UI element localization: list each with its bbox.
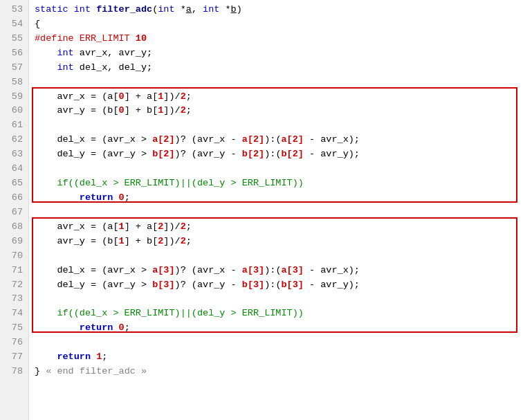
code-line-77: return 1;: [35, 350, 517, 365]
code-line-71: del_x = (avr_x > a[3])? (avr_x - a[3]):(…: [35, 264, 517, 278]
ln-57: 57: [6, 61, 23, 75]
ln-53: 53: [6, 3, 23, 17]
code-line-63: del_y = (avr_y > b[2])? (avr_y - b[2]):(…: [35, 147, 517, 162]
code-line-70: [35, 249, 517, 264]
ln-61: 61: [6, 118, 23, 133]
code-line-76: [35, 336, 517, 350]
ln-68: 68: [6, 220, 23, 235]
code-line-57: int del_x, del_y;: [35, 61, 517, 75]
ln-65: 65: [6, 176, 23, 191]
ln-72: 72: [6, 278, 23, 293]
ln-76: 76: [6, 336, 23, 350]
code-line-65: if((del_x > ERR_LIMIT)||(del_y > ERR_LIM…: [35, 176, 517, 191]
ln-66: 66: [6, 191, 23, 206]
code-line-68: avr_x = (a[1] + a[2])/2;: [35, 220, 517, 235]
ln-77: 77: [6, 350, 23, 365]
ln-64: 64: [6, 162, 23, 176]
ln-55: 55: [6, 32, 23, 46]
code-line-62: del_x = (avr_x > a[2])? (avr_x - a[2]):(…: [35, 133, 517, 147]
ln-54: 54: [6, 17, 23, 32]
ln-63: 63: [6, 147, 23, 162]
code-line-61: [35, 118, 517, 133]
code-line-78: } « end filter_adc »: [35, 365, 517, 379]
ln-73: 73: [6, 292, 23, 307]
code-line-58: [35, 75, 517, 90]
code-area: static int filter_adc(int *a, int *b) { …: [29, 0, 523, 420]
code-line-54: {: [35, 17, 517, 32]
code-line-56: int avr_x, avr_y;: [35, 46, 517, 61]
ln-75: 75: [6, 321, 23, 336]
ln-69: 69: [6, 235, 23, 249]
ln-62: 62: [6, 133, 23, 147]
code-line-64: [35, 162, 517, 176]
code-line-60: avr_y = (b[0] + b[1])/2;: [35, 104, 517, 118]
code-line-59: avr_x = (a[0] + a[1])/2;: [35, 90, 517, 104]
code-line-74: if((del_x > ERR_LIMIT)||(del_y > ERR_LIM…: [35, 307, 517, 321]
code-line-75: return 0;: [35, 321, 517, 336]
code-line-66: return 0;: [35, 191, 517, 206]
ln-67: 67: [6, 206, 23, 220]
ln-58: 58: [6, 75, 23, 90]
ln-60: 60: [6, 104, 23, 118]
ln-78: 78: [6, 365, 23, 379]
code-line-72: del_y = (avr_y > b[3])? (avr_y - b[3]):(…: [35, 278, 517, 293]
code-line-55: #define ERR_LIMIT 10: [35, 32, 517, 46]
ln-74: 74: [6, 307, 23, 321]
code-line-53: static int filter_adc(int *a, int *b): [35, 3, 517, 17]
ln-70: 70: [6, 249, 23, 264]
code-line-69: avr_y = (b[1] + b[2])/2;: [35, 235, 517, 249]
ln-71: 71: [6, 264, 23, 278]
ln-59: 59: [6, 90, 23, 104]
code-container: 53 54 55 56 57 58 59 60 61 62 63 64 65 6…: [0, 0, 523, 420]
code-line-73: [35, 292, 517, 307]
ln-56: 56: [6, 46, 23, 61]
line-numbers: 53 54 55 56 57 58 59 60 61 62 63 64 65 6…: [0, 0, 29, 420]
code-line-67: [35, 206, 517, 220]
